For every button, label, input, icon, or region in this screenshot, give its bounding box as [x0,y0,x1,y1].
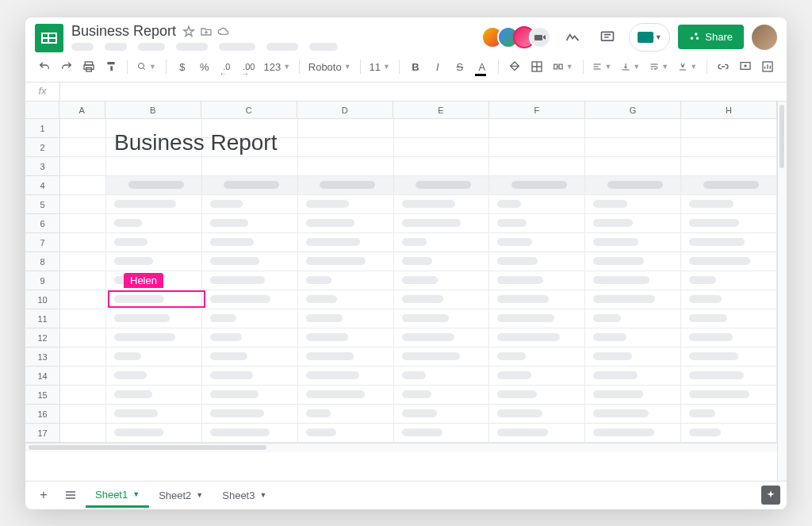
currency-icon[interactable]: $ [173,57,192,76]
cell[interactable] [489,347,585,367]
cell[interactable] [681,271,777,290]
row-header[interactable]: 17 [25,424,60,443]
cell[interactable] [394,290,490,309]
cell[interactable] [489,290,585,309]
cell[interactable] [202,157,298,176]
cell[interactable] [585,347,681,367]
cell[interactable] [489,405,585,424]
cell[interactable] [681,367,777,386]
cell[interactable] [489,271,585,290]
cell[interactable] [60,195,106,214]
cell[interactable] [298,386,394,405]
all-sheets-icon[interactable] [59,483,82,507]
cell[interactable] [681,405,777,424]
cell[interactable] [394,119,490,138]
cell[interactable] [394,214,490,233]
cell[interactable] [60,424,106,443]
cell[interactable] [202,271,298,290]
cell[interactable] [60,367,106,386]
cell[interactable] [106,347,202,367]
cell[interactable] [585,367,681,386]
strikethrough-icon[interactable]: S [450,57,469,76]
cell[interactable] [298,233,394,252]
cell[interactable] [394,367,490,386]
cell[interactable] [681,424,777,443]
cell[interactable] [585,386,681,405]
vertical-align-icon[interactable]: ▼ [618,57,643,76]
merge-cells-icon[interactable]: ▼ [550,57,576,76]
explore-icon[interactable] [761,486,780,505]
share-button[interactable]: Share [678,25,744,49]
italic-icon[interactable]: I [428,57,447,76]
cell[interactable] [681,309,777,328]
cell[interactable] [298,309,394,328]
account-avatar[interactable] [752,25,777,50]
cell[interactable] [489,157,585,176]
cell[interactable] [681,386,777,405]
font-size-dropdown[interactable]: 11▼ [367,57,393,76]
cell[interactable] [60,290,106,309]
row-header[interactable]: 3 [25,157,60,176]
cell[interactable] [202,233,298,252]
cell[interactable] [489,138,585,157]
activity-icon[interactable] [559,24,586,51]
insert-chart-icon[interactable] [758,57,777,76]
column-header[interactable]: A [59,102,105,119]
cell[interactable] [585,176,681,195]
cell[interactable] [394,405,490,424]
cell[interactable] [202,328,298,347]
zoom-dropdown[interactable]: ▼ [134,57,159,76]
cell[interactable] [585,233,681,252]
font-dropdown[interactable]: Roboto▼ [306,57,354,76]
cell[interactable] [394,347,490,367]
star-icon[interactable] [182,25,195,38]
cell[interactable] [106,309,202,328]
cell[interactable] [681,214,777,233]
row-header[interactable]: 13 [25,347,60,367]
cell[interactable] [298,157,394,176]
undo-icon[interactable] [35,57,54,76]
row-header[interactable]: 11 [25,309,60,328]
row-header[interactable]: 9 [25,271,60,290]
cell[interactable] [60,252,106,271]
cell[interactable] [60,309,106,328]
column-header[interactable]: D [297,102,393,119]
cell[interactable] [60,138,106,157]
cell[interactable] [489,214,585,233]
select-all-corner[interactable] [25,102,59,119]
column-header[interactable]: C [201,102,297,119]
percent-icon[interactable]: % [195,57,214,76]
cell[interactable] [202,309,298,328]
cell[interactable] [298,195,394,214]
cell[interactable] [394,176,490,195]
menu-bar[interactable] [71,43,473,51]
cell[interactable] [489,424,585,443]
cell[interactable] [202,290,298,309]
cell[interactable] [585,252,681,271]
cell[interactable] [298,424,394,443]
number-format-dropdown[interactable]: 123▼ [262,57,293,76]
cell[interactable]: Business Report [106,138,202,157]
cell[interactable] [585,138,681,157]
cell[interactable] [202,214,298,233]
cell[interactable] [60,214,106,233]
cell[interactable] [489,328,585,347]
cell[interactable] [681,347,777,367]
row-header[interactable]: 1 [25,119,60,138]
cell[interactable] [681,176,777,195]
cell[interactable] [394,424,490,443]
cell[interactable] [489,233,585,252]
fx-icon[interactable]: fx [25,82,60,101]
cloud-status-icon[interactable] [217,25,230,38]
cell[interactable] [394,233,490,252]
cell[interactable] [681,119,777,138]
column-header[interactable]: B [105,102,201,119]
cell[interactable] [106,157,202,176]
cell[interactable] [202,405,298,424]
row-header[interactable]: 14 [25,367,60,386]
collaborator-avatars[interactable] [481,26,551,48]
cell[interactable] [585,271,681,290]
cell[interactable] [298,138,394,157]
cell[interactable] [106,386,202,405]
link-icon[interactable] [714,57,733,76]
